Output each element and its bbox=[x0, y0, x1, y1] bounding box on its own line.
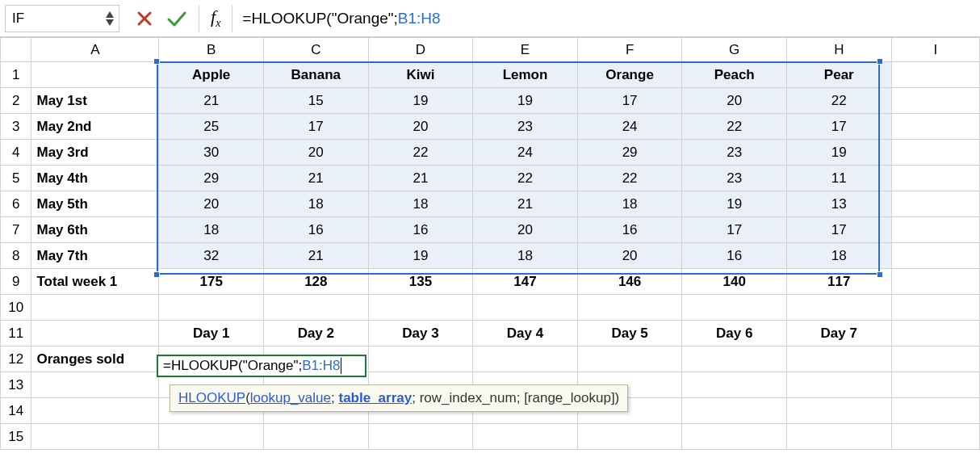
cell[interactable] bbox=[473, 346, 578, 372]
cell[interactable] bbox=[473, 424, 578, 450]
cell[interactable] bbox=[682, 372, 787, 398]
cell[interactable] bbox=[682, 346, 787, 372]
cell[interactable] bbox=[891, 424, 979, 450]
cell[interactable]: Oranges sold bbox=[31, 346, 159, 372]
cell[interactable] bbox=[577, 346, 682, 372]
row-header[interactable]: 10 bbox=[1, 295, 31, 321]
row-header[interactable]: 4 bbox=[1, 140, 31, 166]
col-header[interactable]: G bbox=[682, 38, 787, 62]
row-header[interactable]: 14 bbox=[1, 398, 31, 424]
cell[interactable] bbox=[682, 424, 787, 450]
cell[interactable]: 175 bbox=[159, 269, 264, 295]
name-box-stepper[interactable] bbox=[104, 10, 119, 27]
col-header[interactable]: F bbox=[577, 38, 682, 62]
cell[interactable]: 21 bbox=[473, 191, 578, 217]
cell[interactable]: 30 bbox=[159, 140, 264, 166]
cell[interactable]: 22 bbox=[577, 166, 682, 191]
cell[interactable]: 22 bbox=[368, 140, 473, 166]
row-header[interactable]: 12 bbox=[1, 346, 31, 372]
cell[interactable]: 147 bbox=[473, 269, 578, 295]
row-header[interactable]: 8 bbox=[1, 243, 31, 269]
cell[interactable] bbox=[682, 295, 787, 321]
cell[interactable]: 15 bbox=[264, 88, 369, 114]
row-header[interactable]: 13 bbox=[1, 372, 31, 398]
cell[interactable]: Day 1 bbox=[159, 321, 264, 346]
cell[interactable] bbox=[891, 140, 979, 166]
cell[interactable]: Apple bbox=[159, 62, 264, 88]
cell[interactable]: 32 bbox=[159, 243, 264, 269]
cell[interactable] bbox=[473, 295, 578, 321]
cell[interactable]: 11 bbox=[786, 166, 891, 191]
cell[interactable]: May 7th bbox=[31, 243, 159, 269]
cell[interactable]: Lemon bbox=[473, 62, 578, 88]
cell[interactable] bbox=[891, 114, 979, 140]
name-box[interactable]: IF bbox=[5, 5, 119, 32]
cell[interactable]: 18 bbox=[264, 191, 369, 217]
row-header[interactable]: 3 bbox=[1, 114, 31, 140]
select-all-corner[interactable] bbox=[1, 38, 31, 62]
cell[interactable]: May 4th bbox=[31, 166, 159, 191]
range-handle[interactable] bbox=[877, 58, 883, 65]
cell[interactable]: May 5th bbox=[31, 191, 159, 217]
cell[interactable]: May 2nd bbox=[31, 114, 159, 140]
cell[interactable]: Day 5 bbox=[577, 321, 682, 346]
cell[interactable]: Day 6 bbox=[682, 321, 787, 346]
cell[interactable] bbox=[786, 295, 891, 321]
cell[interactable] bbox=[891, 295, 979, 321]
cell[interactable]: 19 bbox=[368, 243, 473, 269]
cell[interactable] bbox=[577, 424, 682, 450]
cell[interactable] bbox=[786, 346, 891, 372]
cell[interactable]: 17 bbox=[786, 217, 891, 243]
cell-editor[interactable]: =HLOOKUP("Orange";B1:H8 bbox=[157, 355, 366, 377]
cell[interactable]: 18 bbox=[368, 191, 473, 217]
cell[interactable]: 21 bbox=[159, 88, 264, 114]
cell[interactable]: Peach bbox=[682, 62, 787, 88]
cell[interactable] bbox=[264, 295, 369, 321]
cell[interactable]: 146 bbox=[577, 269, 682, 295]
cell[interactable]: 20 bbox=[264, 140, 369, 166]
cell[interactable] bbox=[786, 398, 891, 424]
cell[interactable]: 29 bbox=[577, 140, 682, 166]
cell[interactable]: 135 bbox=[368, 269, 473, 295]
cell[interactable]: 20 bbox=[473, 217, 578, 243]
cell[interactable]: 19 bbox=[786, 140, 891, 166]
cell[interactable]: 20 bbox=[368, 114, 473, 140]
cell[interactable] bbox=[891, 398, 979, 424]
row-header[interactable]: 11 bbox=[1, 321, 31, 346]
cell[interactable]: 20 bbox=[159, 191, 264, 217]
range-handle[interactable] bbox=[153, 58, 160, 65]
cell[interactable]: 22 bbox=[473, 166, 578, 191]
tooltip-function-link[interactable]: HLOOKUP bbox=[178, 390, 245, 405]
col-header[interactable]: I bbox=[891, 38, 979, 62]
insert-function-button[interactable]: fx bbox=[204, 5, 227, 32]
col-header[interactable]: H bbox=[786, 38, 891, 62]
cell[interactable]: 29 bbox=[159, 166, 264, 191]
cell[interactable]: Orange bbox=[577, 62, 682, 88]
row-header[interactable]: 2 bbox=[1, 88, 31, 114]
cell[interactable]: 21 bbox=[264, 243, 369, 269]
cell[interactable] bbox=[891, 88, 979, 114]
cell[interactable] bbox=[368, 424, 473, 450]
cell[interactable]: Total week 1 bbox=[31, 269, 159, 295]
cell[interactable]: 13 bbox=[786, 191, 891, 217]
cell[interactable]: Day 2 bbox=[264, 321, 369, 346]
cell[interactable] bbox=[891, 346, 979, 372]
cell[interactable]: 18 bbox=[577, 191, 682, 217]
cell[interactable]: 18 bbox=[159, 217, 264, 243]
cell[interactable]: Kiwi bbox=[368, 62, 473, 88]
cell[interactable]: 23 bbox=[473, 114, 578, 140]
cell[interactable]: 16 bbox=[682, 243, 787, 269]
cell[interactable] bbox=[891, 217, 979, 243]
cell[interactable]: 21 bbox=[368, 166, 473, 191]
cell[interactable] bbox=[577, 295, 682, 321]
cell[interactable]: 20 bbox=[577, 243, 682, 269]
cell[interactable]: 16 bbox=[368, 217, 473, 243]
cell[interactable]: 23 bbox=[682, 140, 787, 166]
col-header[interactable]: E bbox=[473, 38, 578, 62]
cell[interactable] bbox=[31, 295, 159, 321]
cell[interactable] bbox=[31, 398, 159, 424]
cell[interactable]: 117 bbox=[786, 269, 891, 295]
cell[interactable]: 19 bbox=[473, 88, 578, 114]
cell[interactable]: May 3rd bbox=[31, 140, 159, 166]
range-handle[interactable] bbox=[153, 271, 160, 278]
